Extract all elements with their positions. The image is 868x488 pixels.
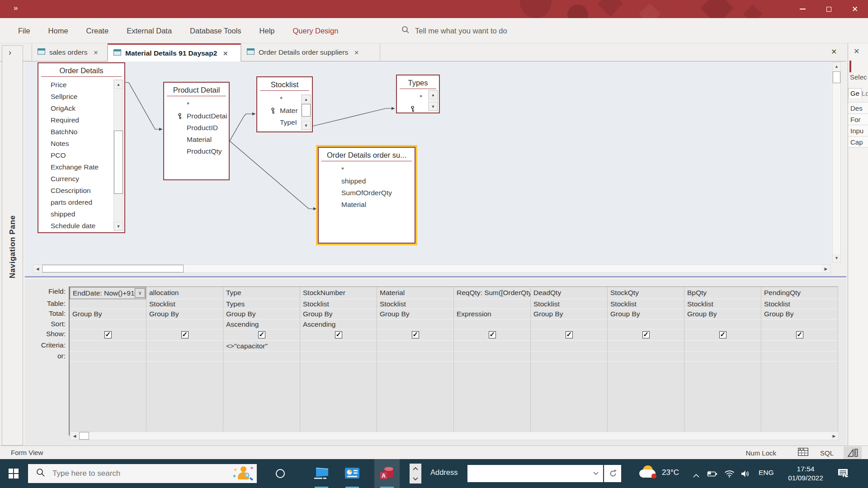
field-list-title[interactable]: Order Details bbox=[41, 63, 122, 77]
sql-view-label[interactable]: SQL bbox=[820, 449, 834, 457]
scroll-down-icon[interactable]: ▼ bbox=[833, 254, 840, 262]
ribbon-tab-help[interactable]: Help bbox=[250, 27, 284, 35]
design-horizontal-scrollbar[interactable]: ◀ ▶ bbox=[33, 264, 830, 273]
scroll-thumb[interactable] bbox=[114, 131, 123, 194]
tab-close-icon[interactable]: ✕ bbox=[93, 49, 98, 56]
scroll-up-icon[interactable]: ▲ bbox=[114, 80, 123, 89]
language-indicator[interactable]: ENG bbox=[759, 469, 774, 477]
grid-cell-or[interactable] bbox=[223, 352, 300, 361]
quick-access-toolbar-chevron[interactable]: » bbox=[14, 4, 17, 13]
grid-cell-sort[interactable] bbox=[70, 319, 146, 329]
show-checkbox[interactable]: ✓ bbox=[489, 331, 496, 338]
scroll-thumb[interactable] bbox=[833, 71, 840, 83]
show-checkbox[interactable]: ✓ bbox=[566, 331, 573, 338]
field-item[interactable]: Required bbox=[38, 114, 124, 126]
show-checkbox[interactable]: ✓ bbox=[104, 331, 112, 338]
field-item[interactable]: Sellprice bbox=[38, 91, 124, 103]
grid-cell-field[interactable]: DeadQty bbox=[531, 287, 607, 299]
grid-cell-field[interactable]: PendingQty bbox=[761, 287, 838, 299]
grid-cell-criteria[interactable] bbox=[300, 341, 377, 352]
scroll-up-icon[interactable]: ▲ bbox=[302, 95, 311, 103]
tell-me-search[interactable]: Tell me what you want to do bbox=[401, 18, 507, 43]
grid-cell-criteria[interactable] bbox=[761, 341, 838, 352]
grid-cell-table[interactable]: Stocklist bbox=[761, 299, 838, 309]
navigation-pane-collapsed[interactable]: › Navigation Pane bbox=[2, 45, 23, 446]
field-item[interactable]: Schedule date bbox=[38, 220, 124, 232]
scroll-down-icon[interactable]: ▼ bbox=[114, 222, 123, 230]
grid-cell-total[interactable]: Group By bbox=[377, 309, 453, 319]
grid-cell-show[interactable]: ✓ bbox=[684, 329, 761, 341]
field-list-title[interactable]: Types bbox=[400, 75, 436, 89]
volume-icon[interactable] bbox=[741, 470, 750, 479]
grid-cell-field[interactable]: Type bbox=[223, 287, 300, 299]
grid-cell-table[interactable]: Stocklist bbox=[146, 299, 223, 309]
field-item[interactable]: * bbox=[319, 164, 415, 175]
field-list-scrollbar[interactable]: ▲ ▼ bbox=[301, 94, 311, 130]
grid-cell-sort[interactable] bbox=[146, 319, 223, 329]
ribbon-tab-home[interactable]: Home bbox=[39, 27, 77, 35]
grid-cell-field[interactable]: BpQty bbox=[684, 287, 761, 299]
property-row-description[interactable]: Des bbox=[848, 103, 868, 114]
grid-cell-total[interactable]: Group By bbox=[531, 309, 607, 319]
field-item[interactable]: Price bbox=[38, 79, 124, 91]
grid-cell-total[interactable]: Group By bbox=[684, 309, 761, 319]
grid-cell-or[interactable] bbox=[608, 352, 684, 361]
field-list-title[interactable]: Order Details order su... bbox=[321, 148, 412, 161]
grid-cell-table[interactable]: Stocklist bbox=[377, 299, 453, 309]
grid-cell-table[interactable]: Stocklist bbox=[608, 299, 684, 309]
grid-cell-or[interactable] bbox=[70, 352, 146, 361]
action-center-icon[interactable] bbox=[837, 468, 849, 481]
property-row-format[interactable]: For bbox=[848, 114, 868, 125]
grid-cell-field[interactable]: ReqQty: Sum([OrderQty bbox=[454, 287, 530, 299]
field-item[interactable]: OrigAck bbox=[38, 103, 124, 114]
grid-cell-criteria[interactable] bbox=[531, 341, 607, 352]
grid-cell-criteria[interactable] bbox=[608, 341, 684, 352]
grid-cell-or[interactable] bbox=[684, 352, 761, 361]
property-row-caption[interactable]: Cap bbox=[848, 136, 868, 148]
cortana-button[interactable] bbox=[271, 459, 289, 488]
grid-cell-total[interactable]: Group By bbox=[146, 309, 223, 319]
grid-cell-total[interactable]: Group By bbox=[300, 309, 377, 319]
field-item[interactable]: PCO bbox=[38, 150, 124, 161]
grid-cell-criteria[interactable] bbox=[146, 341, 223, 352]
field-list-scrollbar[interactable]: ▲ ▼ bbox=[428, 90, 438, 111]
search-input[interactable] bbox=[52, 469, 233, 479]
scroll-left-icon[interactable]: ◀ bbox=[71, 432, 79, 440]
grid-cell-table[interactable] bbox=[70, 299, 146, 309]
field-item[interactable]: BatchNo bbox=[38, 126, 124, 138]
address-input[interactable] bbox=[467, 469, 593, 478]
scroll-thumb[interactable] bbox=[302, 104, 311, 117]
scroll-up-icon[interactable]: ▲ bbox=[833, 62, 840, 70]
field-item[interactable]: ProductID bbox=[164, 122, 229, 134]
pane-splitter[interactable] bbox=[25, 276, 846, 277]
grid-cell-total[interactable]: Group By bbox=[761, 309, 838, 319]
grid-cell-field[interactable]: EndDate: Now()+91∨ bbox=[70, 287, 146, 299]
restore-button[interactable] bbox=[816, 0, 842, 18]
taskbar-clock[interactable]: 17:54 01/09/2022 bbox=[781, 465, 830, 483]
ribbon-tab-database-tools[interactable]: Database Tools bbox=[181, 27, 250, 35]
refresh-button[interactable] bbox=[604, 465, 621, 482]
show-checkbox[interactable]: ✓ bbox=[335, 331, 342, 338]
field-item[interactable]: Notes bbox=[38, 138, 124, 150]
grid-cell-show[interactable]: ✓ bbox=[608, 329, 684, 341]
field-item[interactable]: Material bbox=[164, 134, 229, 145]
close-button[interactable]: ✕ bbox=[842, 0, 868, 18]
grid-cell-total[interactable]: Group By bbox=[608, 309, 684, 319]
field-item[interactable]: SumOfOrderQty bbox=[319, 187, 415, 199]
field-list-title[interactable]: Stocklist bbox=[260, 77, 309, 91]
field-item[interactable]: ProductDetai bbox=[164, 110, 229, 122]
grid-cell-criteria[interactable] bbox=[70, 341, 146, 352]
field-item[interactable]: Material bbox=[319, 199, 415, 211]
datasheet-view-icon[interactable] bbox=[798, 448, 808, 458]
field-item[interactable]: ProductQty bbox=[164, 145, 229, 157]
show-checkbox[interactable]: ✓ bbox=[796, 331, 803, 338]
address-combobox[interactable] bbox=[467, 465, 603, 482]
ribbon-tab-query-design[interactable]: Query Design bbox=[283, 27, 347, 35]
minimize-button[interactable] bbox=[789, 0, 816, 18]
grid-cell-field[interactable]: StockQty bbox=[608, 287, 684, 299]
close-document-icon[interactable]: ✕ bbox=[831, 47, 837, 56]
grid-cell-criteria[interactable] bbox=[377, 341, 453, 352]
grid-cell-table[interactable]: Stocklist bbox=[684, 299, 761, 309]
grid-cell-table[interactable]: Stocklist bbox=[531, 299, 607, 309]
field-item[interactable]: Exchange Rate bbox=[38, 161, 124, 173]
